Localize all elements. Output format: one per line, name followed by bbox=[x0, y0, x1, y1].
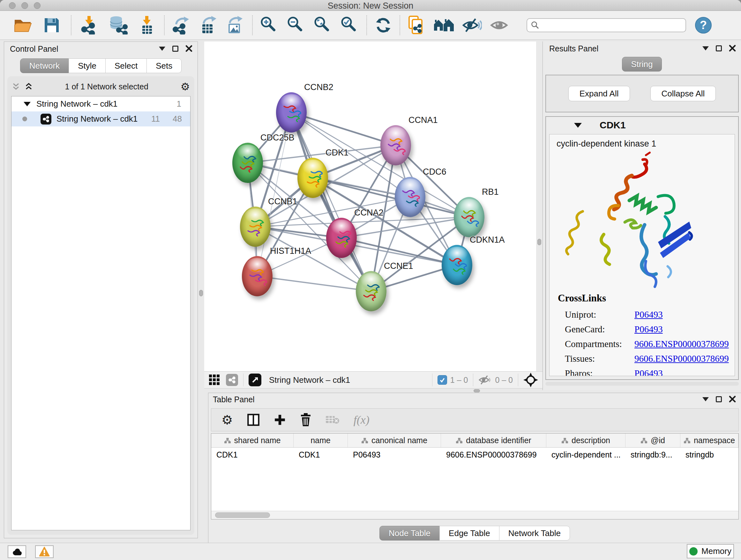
results-scrollbar-track[interactable] bbox=[545, 382, 739, 386]
float-panel-icon[interactable] bbox=[716, 396, 722, 402]
network-edge[interactable] bbox=[291, 112, 396, 145]
help-icon[interactable]: ? bbox=[695, 17, 712, 34]
column-header-shared-name[interactable]: shared name bbox=[211, 434, 293, 447]
delete-column-icon[interactable] bbox=[300, 413, 312, 427]
export-image-icon[interactable] bbox=[226, 16, 245, 35]
tab-sets[interactable]: Sets bbox=[146, 58, 182, 73]
first-neighbors-icon[interactable] bbox=[433, 17, 455, 33]
hide-selected-icon[interactable] bbox=[462, 17, 482, 33]
expand-all-icon[interactable] bbox=[24, 83, 33, 90]
import-table-icon[interactable] bbox=[138, 16, 156, 35]
import-network-icon[interactable] bbox=[80, 16, 99, 35]
column-header-name[interactable]: name bbox=[293, 434, 348, 447]
close-panel-icon[interactable] bbox=[729, 45, 736, 52]
column-header-description[interactable]: description bbox=[546, 434, 625, 447]
column-header-id[interactable]: @id bbox=[625, 434, 680, 447]
zoom-in-icon[interactable] bbox=[260, 16, 278, 34]
network-node-ccnb2[interactable] bbox=[276, 92, 307, 132]
network-collection-row[interactable]: String Network – cdk1 1 bbox=[11, 97, 190, 111]
export-network-icon[interactable] bbox=[172, 16, 191, 35]
network-node-ccna1[interactable] bbox=[381, 125, 411, 165]
table-options-gear-icon[interactable]: ⚙ bbox=[221, 414, 233, 426]
crosslink-link[interactable]: P06493 bbox=[634, 368, 663, 376]
table-cell[interactable]: CDK1 bbox=[211, 448, 293, 462]
table-cell[interactable]: 9606.ENSP00000378699 bbox=[441, 448, 546, 462]
network-node-hist1h1a[interactable] bbox=[242, 256, 273, 296]
new-network-from-selection-icon[interactable] bbox=[407, 16, 425, 35]
network-edge[interactable] bbox=[257, 276, 371, 291]
close-panel-icon[interactable] bbox=[185, 45, 192, 52]
zoom-fit-icon[interactable] bbox=[313, 16, 331, 34]
vertical-splitter-handle[interactable] bbox=[199, 290, 203, 296]
collapse-all-icon[interactable] bbox=[12, 83, 20, 90]
add-column-icon[interactable] bbox=[274, 414, 286, 426]
tab-node-table[interactable]: Node Table bbox=[380, 526, 440, 541]
apply-layout-icon[interactable] bbox=[375, 17, 392, 34]
tab-network[interactable]: Network bbox=[20, 58, 69, 73]
warnings-button[interactable] bbox=[35, 545, 54, 558]
memory-button[interactable]: Memory bbox=[687, 544, 734, 558]
table-cell[interactable]: stringdb:9... bbox=[625, 448, 680, 462]
search-box[interactable] bbox=[527, 18, 686, 32]
network-edge[interactable] bbox=[291, 112, 371, 291]
network-node-ccnb1[interactable] bbox=[240, 206, 271, 247]
network-node-ccna2[interactable] bbox=[326, 218, 357, 258]
crosslink-link[interactable]: P06493 bbox=[634, 309, 663, 320]
hidden-eye-icon[interactable] bbox=[478, 375, 492, 385]
column-header-namespace[interactable]: namespace bbox=[680, 434, 738, 447]
float-panel-icon[interactable] bbox=[172, 46, 179, 52]
table-cell[interactable]: P06493 bbox=[348, 448, 441, 462]
table-cell[interactable]: cyclin-dependent ... bbox=[546, 448, 625, 462]
tab-select[interactable]: Select bbox=[105, 58, 147, 73]
birdseye-view-icon[interactable] bbox=[523, 373, 538, 387]
tab-edge-table[interactable]: Edge Table bbox=[440, 526, 499, 541]
results-splitter-handle[interactable] bbox=[537, 239, 541, 245]
column-header-canonical-name[interactable]: canonical name bbox=[348, 434, 441, 447]
panel-menu-icon[interactable] bbox=[702, 46, 709, 51]
crosslink-link[interactable]: 9606.ENSP00000378699 bbox=[634, 339, 729, 349]
zoom-out-icon[interactable] bbox=[286, 16, 305, 34]
network-node-cdkn1a[interactable] bbox=[442, 245, 472, 285]
float-panel-icon[interactable] bbox=[716, 45, 722, 51]
selected-checkbox-icon[interactable] bbox=[437, 375, 447, 385]
collapse-all-button[interactable]: Collapse All bbox=[650, 86, 716, 101]
network-node-cdk1[interactable] bbox=[297, 158, 328, 198]
grid-view-icon[interactable] bbox=[209, 374, 220, 386]
expand-all-button[interactable]: Expand All bbox=[568, 86, 630, 101]
network-node-ccne1[interactable] bbox=[356, 271, 387, 311]
cloud-status-button[interactable] bbox=[8, 545, 26, 558]
tab-network-table[interactable]: Network Table bbox=[499, 526, 570, 541]
table-scrollbar-thumb[interactable] bbox=[215, 512, 270, 518]
panel-menu-icon[interactable] bbox=[159, 47, 165, 51]
tab-style[interactable]: Style bbox=[69, 58, 106, 73]
save-session-icon[interactable] bbox=[44, 17, 60, 34]
search-input[interactable] bbox=[539, 21, 677, 30]
network-node-rb1[interactable] bbox=[454, 197, 484, 237]
network-row[interactable]: String Network – cdk1 11 48 bbox=[11, 111, 190, 126]
detach-view-icon[interactable] bbox=[249, 374, 261, 386]
table-row[interactable]: CDK1CDK1P064939606.ENSP00000378699cyclin… bbox=[211, 448, 738, 462]
table-cell[interactable]: stringdb bbox=[680, 448, 738, 462]
show-all-icon[interactable] bbox=[490, 18, 509, 32]
table-cell[interactable]: CDK1 bbox=[293, 448, 348, 462]
horizontal-splitter-handle[interactable] bbox=[474, 389, 480, 392]
crosslink-link[interactable]: P06493 bbox=[634, 324, 663, 334]
import-network-from-database-icon[interactable] bbox=[109, 16, 128, 35]
column-header-database-identifier[interactable]: database identifier bbox=[441, 434, 546, 447]
network-node-cdc6[interactable] bbox=[395, 177, 425, 217]
show-columns-icon[interactable] bbox=[247, 414, 260, 426]
network-canvas[interactable]: CCNB2CCNA1CDC25BCDK1CDC6RB1CCNB1CCNA2CDK… bbox=[204, 42, 536, 371]
network-options-gear-icon[interactable]: ⚙ bbox=[180, 81, 190, 92]
panel-menu-icon[interactable] bbox=[702, 397, 709, 401]
zoom-selected-icon[interactable] bbox=[340, 16, 358, 34]
crosslink-link[interactable]: 9606.ENSP00000378699 bbox=[634, 354, 729, 364]
network-share-view-icon[interactable] bbox=[226, 374, 238, 386]
open-session-icon[interactable] bbox=[13, 17, 32, 33]
close-panel-icon[interactable] bbox=[729, 395, 736, 402]
network-node-cdc25b[interactable] bbox=[232, 143, 263, 183]
collection-expander-icon[interactable] bbox=[23, 102, 30, 106]
tab-string[interactable]: String bbox=[622, 57, 662, 71]
table-scrollbar-track[interactable] bbox=[211, 511, 738, 519]
export-table-icon[interactable] bbox=[199, 16, 218, 35]
entry-expander-icon[interactable] bbox=[574, 123, 582, 128]
